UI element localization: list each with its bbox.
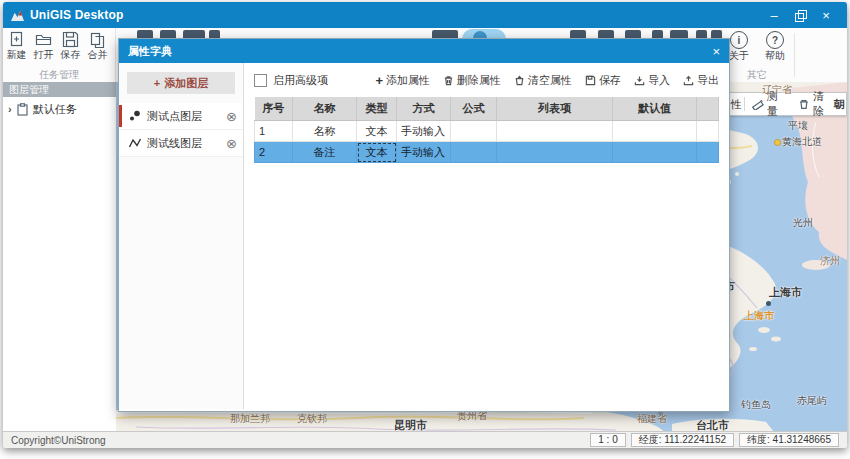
merge-icon <box>89 31 106 48</box>
longitude-box: 经度: 111.22241152 <box>631 433 734 447</box>
scale-box: 1 : 0 <box>590 433 625 447</box>
clear-bin-icon <box>514 75 525 86</box>
clear-attributes-button[interactable]: 清空属性 <box>514 73 572 88</box>
info-icon: i <box>730 31 748 49</box>
sidebar-item-label: 默认任务 <box>33 102 77 117</box>
trash-icon <box>798 98 810 110</box>
map-label-province: 福建省 <box>637 412 667 426</box>
enable-advanced-checkbox[interactable] <box>254 74 267 87</box>
import-button[interactable]: 导入 <box>634 73 670 88</box>
toolbar-divider <box>744 97 745 111</box>
table-header-row: 序号 名称 类型 方式 公式 列表项 默认值 <box>255 97 719 121</box>
close-button[interactable]: × <box>813 2 839 28</box>
restore-icon <box>795 10 805 20</box>
minimize-button[interactable]: – <box>761 2 787 28</box>
ribbon-group-label-task: 任务管理 <box>3 68 115 82</box>
layer-manager-header: 图层管理 <box>3 82 116 97</box>
col-header-default: 默认值 <box>613 97 697 121</box>
dialog-titlebar: 属性字典 × <box>119 39 729 63</box>
app-logo-icon <box>10 9 25 22</box>
poi-dot <box>766 301 771 306</box>
open-folder-icon <box>35 31 52 48</box>
col-header-method: 方式 <box>397 97 451 121</box>
remove-layer-icon[interactable]: ⊗ <box>226 137 237 150</box>
export-button[interactable]: 导出 <box>683 73 719 88</box>
col-header-filler <box>697 97 719 121</box>
export-icon <box>683 75 694 86</box>
copyright-text: Copyright©UniStrong <box>11 435 106 446</box>
col-header-index: 序号 <box>255 97 293 121</box>
add-attribute-button[interactable]: + 添加属性 <box>375 73 430 88</box>
col-header-name: 名称 <box>293 97 357 121</box>
attribute-dictionary-dialog: 属性字典 × + 添加图层 测试点图层 ⊗ 测试线图层 <box>118 38 730 412</box>
app-title: UniGIS Desktop <box>30 8 123 22</box>
import-icon <box>634 75 645 86</box>
focused-cell[interactable]: 文本 <box>357 142 397 163</box>
poi-dot <box>774 139 781 146</box>
map-label-region: 黄海北道 <box>782 135 822 149</box>
attribute-toolbar: 启用高级项 + 添加属性 删除属性 <box>244 63 729 97</box>
plus-icon: + <box>154 77 160 89</box>
ribbon-group-label-other: 其它 <box>722 68 792 82</box>
chevron-right-icon[interactable]: › <box>8 103 12 115</box>
col-header-formula: 公式 <box>451 97 497 121</box>
table-row[interactable]: 1 名称 文本 手动输入 <box>255 121 719 142</box>
map-label-city: 台北市 <box>696 418 729 432</box>
latitude-box: 纬度: 41.31248665 <box>739 433 839 447</box>
map-label-island: 钓鱼岛 <box>741 398 771 412</box>
ruler-pen-icon <box>752 98 764 110</box>
dialog-layer-panel: + 添加图层 测试点图层 ⊗ 测试线图层 ⊗ <box>119 63 244 409</box>
trash-icon <box>443 75 454 86</box>
window-titlebar: UniGIS Desktop – × <box>3 2 847 28</box>
map-label-island: 赤尾屿 <box>797 394 827 408</box>
clear-button[interactable]: 清除 <box>793 89 840 119</box>
map-label-province: 那加兰邦 <box>230 412 270 426</box>
plus-icon: + <box>375 74 383 87</box>
layer-item-point[interactable]: 测试点图层 ⊗ <box>119 103 243 130</box>
ribbon-group-task: 新建 打开 保存 合并 任务管理 <box>3 28 116 84</box>
map-label-province: 辽宁省 <box>762 83 792 97</box>
map-label-city: 昆明市 <box>394 418 427 432</box>
save-floppy-icon <box>62 31 79 48</box>
ribbon-separator <box>794 33 795 77</box>
save-attributes-button[interactable]: 保存 <box>585 73 621 88</box>
dialog-close-button[interactable]: × <box>712 44 720 59</box>
question-icon: ? <box>766 31 784 49</box>
point-layer-icon <box>128 109 142 123</box>
layer-manager-panel: 图层管理 › 默认任务 <box>3 82 117 432</box>
enable-advanced-label: 启用高级项 <box>273 73 328 88</box>
restore-button[interactable] <box>787 2 813 28</box>
dialog-main: 启用高级项 + 添加属性 删除属性 <box>244 63 729 409</box>
attribute-table: 序号 名称 类型 方式 公式 列表项 默认值 1 <box>254 97 719 163</box>
map-label-city: 朝 <box>834 97 845 112</box>
status-bar: Copyright©UniStrong 1 : 0 经度: 111.222411… <box>3 431 847 448</box>
col-header-type: 类型 <box>357 97 397 121</box>
add-layer-button[interactable]: + 添加图层 <box>127 72 235 94</box>
map-label-city: 平壤 <box>788 119 808 133</box>
map-label-city: 光州 <box>793 216 813 230</box>
map-label-poi: 上海市 <box>744 309 774 323</box>
ribbon-group-other: i 关于 ? 帮助 其它 <box>722 28 792 84</box>
map-toolbar-partial-label[interactable]: 性 <box>731 97 742 112</box>
clipboard-icon <box>16 103 29 116</box>
layer-item-line[interactable]: 测试线图层 ⊗ <box>119 130 243 157</box>
delete-attribute-button[interactable]: 删除属性 <box>443 73 501 88</box>
map-label-city: 上海市 <box>769 285 802 300</box>
app-window: UniGIS Desktop – × 新建 打开 <box>3 2 847 448</box>
table-row-selected[interactable]: 2 备注 文本 手动输入 <box>255 142 719 163</box>
sidebar-item-default-task[interactable]: › 默认任务 <box>3 97 116 121</box>
save-floppy-icon <box>585 75 596 86</box>
map-label-region: 济州 <box>820 254 840 268</box>
remove-layer-icon[interactable]: ⊗ <box>226 110 237 123</box>
new-file-icon <box>8 31 25 48</box>
dialog-title: 属性字典 <box>128 44 172 59</box>
col-header-listitems: 列表项 <box>497 97 613 121</box>
line-layer-icon <box>128 136 142 150</box>
map-label-province: 克钦邦 <box>297 412 327 426</box>
